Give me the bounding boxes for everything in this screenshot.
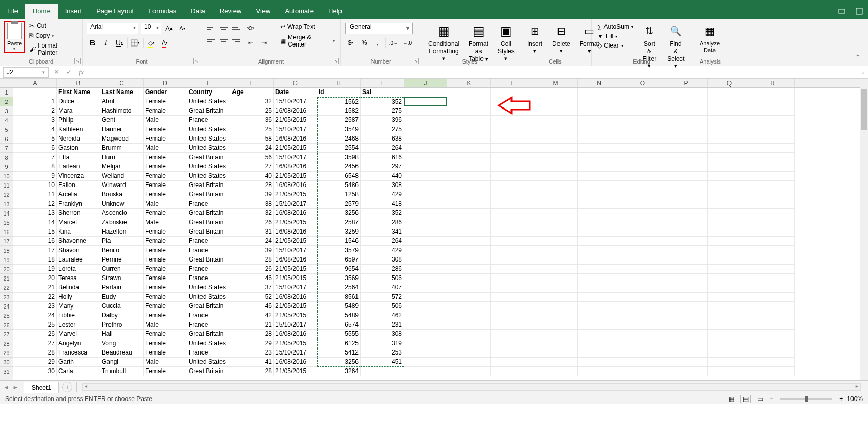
menu-review[interactable]: Review: [212, 4, 249, 19]
cell-Q25[interactable]: [708, 311, 751, 320]
cell-L25[interactable]: [491, 311, 534, 320]
decrease-decimal-button[interactable]: ←.0: [401, 37, 413, 49]
increase-decimal-button[interactable]: .0→: [388, 37, 399, 49]
cell-H13[interactable]: 2579: [317, 199, 361, 209]
cell-Q26[interactable]: [708, 320, 751, 330]
cell-J21[interactable]: [404, 274, 447, 283]
col-header-H[interactable]: H: [317, 79, 361, 87]
cell-O26[interactable]: [621, 320, 664, 330]
cell-P14[interactable]: [664, 209, 708, 218]
cell-F25[interactable]: 42: [230, 311, 274, 320]
row-header-27[interactable]: 27: [0, 330, 13, 339]
cell-B22[interactable]: Belinda: [57, 283, 100, 293]
cell-D17[interactable]: Female: [144, 237, 187, 246]
cell-E29[interactable]: France: [187, 348, 230, 358]
cell-A13[interactable]: 12: [13, 199, 57, 209]
row-header-23[interactable]: 23: [0, 293, 13, 302]
cell-P15[interactable]: [664, 218, 708, 227]
cell-Q9[interactable]: [708, 162, 751, 172]
cell-H3[interactable]: 1582: [317, 106, 361, 116]
cell-C21[interactable]: Strawn: [100, 274, 144, 283]
cell-A9[interactable]: 8: [13, 162, 57, 172]
menu-view[interactable]: View: [249, 4, 277, 19]
wrap-text-button[interactable]: ↩Wrap Text: [278, 23, 336, 31]
cell-P20[interactable]: [664, 265, 708, 274]
cell-L26[interactable]: [491, 320, 534, 330]
cell-E5[interactable]: United States: [187, 125, 230, 134]
cell-I12[interactable]: 429: [361, 190, 404, 199]
cell-L6[interactable]: [491, 134, 534, 144]
cell-E28[interactable]: United States: [187, 339, 230, 348]
cell-E24[interactable]: Great Britain: [187, 302, 230, 311]
cell-I24[interactable]: 506: [361, 302, 404, 311]
cell-B10[interactable]: Vincenza: [57, 172, 100, 181]
cell-N13[interactable]: [578, 199, 621, 209]
cell-G12[interactable]: 21/05/2015: [274, 190, 317, 199]
cell-Q5[interactable]: [708, 125, 751, 134]
cell-B31[interactable]: Carla: [57, 367, 100, 376]
row-headers[interactable]: 1234567891011121314151617181920212223242…: [0, 88, 13, 380]
cell-G11[interactable]: 16/08/2016: [274, 181, 317, 190]
cell-R30[interactable]: [751, 358, 795, 367]
cell-E4[interactable]: France: [187, 116, 230, 125]
cell-F10[interactable]: 40: [230, 172, 274, 181]
cell-B9[interactable]: Earlean: [57, 162, 100, 172]
cell-P19[interactable]: [664, 255, 708, 265]
formula-input[interactable]: [87, 67, 858, 78]
cell-J30[interactable]: [404, 358, 447, 367]
row-header-19[interactable]: 19: [0, 255, 13, 265]
cell-I30[interactable]: 451: [361, 358, 404, 367]
clipboard-dialog-launcher[interactable]: ⤡: [74, 58, 81, 64]
cell-K10[interactable]: [447, 172, 491, 181]
row-header-16[interactable]: 16: [0, 227, 13, 237]
cell-L14[interactable]: [491, 209, 534, 218]
cell-Q13[interactable]: [708, 199, 751, 209]
cell-R27[interactable]: [751, 330, 795, 339]
increase-indent-button[interactable]: ⇥: [258, 37, 270, 49]
cell-R7[interactable]: [751, 144, 795, 153]
column-headers[interactable]: ABCDEFGHIJKLMNOPQR: [13, 79, 860, 88]
cell-G26[interactable]: 15/10/2017: [274, 320, 317, 330]
cell-O20[interactable]: [621, 265, 664, 274]
cell-C8[interactable]: Hurn: [100, 153, 144, 162]
cell-G10[interactable]: 21/05/2015: [274, 172, 317, 181]
zoom-out-button[interactable]: −: [769, 395, 773, 403]
paste-button[interactable]: Paste ▾: [4, 21, 25, 53]
cell-J15[interactable]: [404, 218, 447, 227]
cell-I25[interactable]: 462: [361, 311, 404, 320]
cell-M29[interactable]: [534, 348, 578, 358]
vertical-scrollbar[interactable]: [860, 79, 868, 380]
row-header-30[interactable]: 30: [0, 358, 13, 367]
cell-R19[interactable]: [751, 255, 795, 265]
cell-A4[interactable]: 3: [13, 116, 57, 125]
clear-button[interactable]: ◇Clear▾: [596, 41, 635, 50]
cell-B4[interactable]: Philip: [57, 116, 100, 125]
orientation-button[interactable]: ⟲▾: [245, 23, 256, 34]
align-left-button[interactable]: [206, 36, 217, 47]
cell-K15[interactable]: [447, 218, 491, 227]
cell-I29[interactable]: 253: [361, 348, 404, 358]
cell-B14[interactable]: Sherron: [57, 209, 100, 218]
cell-C22[interactable]: Partain: [100, 283, 144, 293]
cell-P6[interactable]: [664, 134, 708, 144]
cell-O23[interactable]: [621, 293, 664, 302]
cell-Q7[interactable]: [708, 144, 751, 153]
font-name-select[interactable]: Arial: [87, 23, 138, 34]
cell-A17[interactable]: 16: [13, 237, 57, 246]
col-header-K[interactable]: K: [447, 79, 491, 87]
cell-J27[interactable]: [404, 330, 447, 339]
cell-A16[interactable]: 15: [13, 227, 57, 237]
cell-E1[interactable]: Country: [187, 88, 230, 97]
cell-J12[interactable]: [404, 190, 447, 199]
row-header-29[interactable]: 29: [0, 348, 13, 358]
cell-R23[interactable]: [751, 293, 795, 302]
cell-N30[interactable]: [578, 358, 621, 367]
cell-P11[interactable]: [664, 181, 708, 190]
cell-R15[interactable]: [751, 218, 795, 227]
cell-P31[interactable]: [664, 367, 708, 376]
menu-home[interactable]: Home: [25, 4, 58, 19]
cell-H7[interactable]: 2554: [317, 144, 361, 153]
cell-C17[interactable]: Pia: [100, 237, 144, 246]
cell-I21[interactable]: 506: [361, 274, 404, 283]
cell-D22[interactable]: Female: [144, 283, 187, 293]
